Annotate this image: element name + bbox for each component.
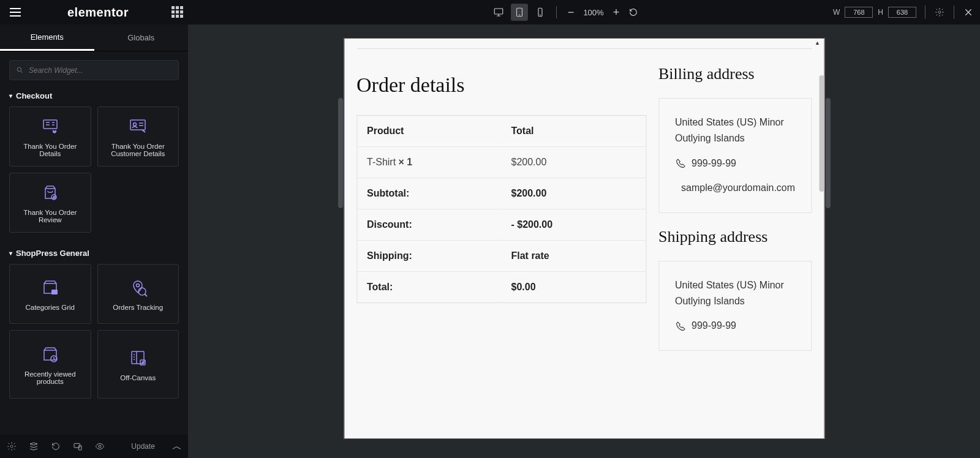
order-details-table: ProductTotal T-Shirt × 1$200.00 Subtotal… <box>356 115 646 303</box>
apps-icon[interactable] <box>172 6 184 18</box>
width-label: W <box>833 8 840 17</box>
widget-off-canvas[interactable]: Off-Canvas <box>97 330 179 399</box>
settings-icon[interactable] <box>6 441 17 452</box>
brand-logo: elementor <box>67 6 129 20</box>
close-icon[interactable] <box>963 7 974 18</box>
shipping-value: Flat rate <box>502 241 646 272</box>
top-header: elementor − 100% + W H <box>0 0 980 24</box>
categories-grid-icon <box>40 277 61 298</box>
shipping-address-text: United States (US) Minor Outlying Island… <box>675 277 795 310</box>
th-total: Total <box>502 116 646 147</box>
svg-point-4 <box>540 15 540 15</box>
settings-icon[interactable] <box>934 7 945 18</box>
search-input-wrapper[interactable] <box>9 60 179 80</box>
orders-tracking-icon <box>127 277 148 298</box>
off-canvas-icon <box>127 347 148 368</box>
preview-frame: ▲ Order details ProductTotal T-Shirt × 1… <box>344 38 824 439</box>
menu-icon[interactable] <box>6 3 24 21</box>
search-input[interactable] <box>29 66 172 75</box>
widget-label: Categories Grid <box>25 304 75 311</box>
category-checkout[interactable]: Checkout <box>0 88 188 107</box>
phone-icon <box>675 158 685 168</box>
th-product: Product <box>357 116 502 147</box>
svg-rect-8 <box>130 120 145 130</box>
svg-point-20 <box>99 445 101 448</box>
recently-viewed-icon <box>40 344 61 364</box>
shipping-address-box: United States (US) Minor Outlying Island… <box>658 261 812 351</box>
widget-label: Thank You Order Details <box>13 143 87 157</box>
shipping-label: Shipping: <box>357 241 502 272</box>
mobile-icon[interactable] <box>532 4 549 21</box>
preview-icon[interactable] <box>94 441 105 452</box>
order-details-icon <box>40 116 61 137</box>
search-icon <box>16 66 24 74</box>
bottom-bar: Update ︿ <box>0 435 188 458</box>
svg-rect-11 <box>51 290 58 295</box>
subtotal-label: Subtotal: <box>357 178 502 209</box>
widget-label: Off-Canvas <box>120 374 156 381</box>
divider <box>925 6 925 19</box>
widget-categories-grid[interactable]: Categories Grid <box>9 264 91 324</box>
sidebar: Elements Globals Checkout Thank You Orde… <box>0 24 188 458</box>
widget-orders-tracking[interactable]: Orders Tracking <box>97 264 179 324</box>
device-controls: − 100% + <box>490 0 640 24</box>
tablet-icon[interactable] <box>511 4 528 21</box>
responsive-icon[interactable] <box>72 441 83 452</box>
tab-globals[interactable]: Globals <box>94 24 189 51</box>
widget-label: Orders Tracking <box>113 304 163 311</box>
discount-label: Discount: <box>357 209 502 241</box>
reset-zoom-icon[interactable] <box>627 6 640 19</box>
svg-rect-7 <box>43 120 57 129</box>
widget-thank-you-customer-details[interactable]: Thank You Order Customer Details <box>97 107 179 167</box>
billing-address-text: United States (US) Minor Outlying Island… <box>675 114 795 147</box>
tab-elements[interactable]: Elements <box>0 24 94 51</box>
update-options-icon[interactable]: ︿ <box>172 440 182 453</box>
svg-point-12 <box>137 284 140 287</box>
phone-icon <box>675 321 685 331</box>
canvas-area: ▲ Order details ProductTotal T-Shirt × 1… <box>188 24 980 458</box>
shipping-phone: 999-99-99 <box>675 318 795 334</box>
width-input[interactable] <box>845 7 873 18</box>
zoom-in-button[interactable]: + <box>609 6 623 19</box>
svg-point-17 <box>10 445 13 448</box>
height-input[interactable] <box>888 7 916 18</box>
billing-email: sample@yourdomain.com <box>675 180 795 196</box>
height-label: H <box>878 8 883 17</box>
preview-scrollbar-right[interactable] <box>826 98 831 208</box>
widget-label: Thank You Order Review <box>13 209 87 223</box>
preview-scrollbar-left[interactable] <box>338 98 343 208</box>
billing-address-box: United States (US) Minor Outlying Island… <box>658 98 812 213</box>
item-total: $200.00 <box>502 147 646 178</box>
order-review-icon <box>40 182 61 203</box>
svg-rect-15 <box>132 351 144 364</box>
history-icon[interactable] <box>50 441 61 452</box>
widget-thank-you-order-review[interactable]: Thank You Order Review <box>9 173 91 233</box>
sidebar-tabs: Elements Globals <box>0 24 188 51</box>
billing-phone: 999-99-99 <box>675 156 795 171</box>
billing-address-title: Billing address <box>658 65 812 83</box>
update-button[interactable]: Update <box>125 438 161 454</box>
category-shoppress-general[interactable]: ShopPress General <box>0 245 188 264</box>
svg-point-9 <box>134 123 137 126</box>
customer-details-icon <box>127 116 148 137</box>
order-details-title: Order details <box>356 73 646 97</box>
widget-thank-you-order-details[interactable]: Thank You Order Details <box>9 107 91 167</box>
zoom-value: 100% <box>581 8 606 17</box>
svg-point-5 <box>938 11 941 13</box>
subtotal-value: $200.00 <box>502 178 646 209</box>
item-name: T-Shirt × 1 <box>357 147 502 178</box>
navigator-icon[interactable] <box>28 441 39 452</box>
widget-label: Recently viewed products <box>13 370 87 385</box>
svg-point-2 <box>519 15 519 15</box>
divider <box>556 6 557 18</box>
desktop-icon[interactable] <box>490 4 507 21</box>
widget-recently-viewed[interactable]: Recently viewed products <box>9 330 91 399</box>
widget-label: Thank You Order Customer Details <box>102 143 175 157</box>
divider <box>954 6 954 19</box>
shipping-address-title: Shipping address <box>658 228 812 246</box>
divider <box>356 48 812 49</box>
svg-rect-0 <box>494 9 503 14</box>
zoom-out-button[interactable]: − <box>564 6 578 19</box>
total-label: Total: <box>357 272 502 303</box>
svg-point-6 <box>17 67 21 72</box>
